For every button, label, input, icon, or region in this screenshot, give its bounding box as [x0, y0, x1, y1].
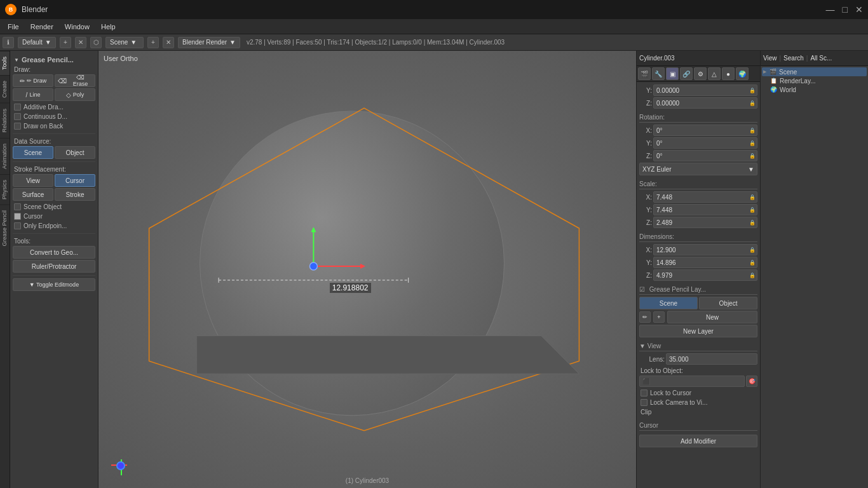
remove-layout-icon[interactable]: ✕: [75, 37, 86, 48]
rot-y-field[interactable]: 0° 🔒: [653, 137, 757, 149]
lock-to-cursor-checkbox[interactable]: [641, 390, 648, 396]
ruler-button[interactable]: Ruler/Protractor: [13, 260, 95, 273]
gp-add-icon[interactable]: +: [653, 311, 665, 323]
stroke-placement-stroke-button[interactable]: Stroke: [55, 188, 95, 201]
scene-sphere: [200, 111, 505, 416]
scale-x-field[interactable]: 7.448 🔒: [653, 191, 757, 203]
lock-camera-checkbox[interactable]: [641, 399, 648, 406]
scene-type-icon[interactable]: ⬡: [90, 37, 102, 48]
search-btn[interactable]: Search: [783, 55, 804, 62]
outliner-scene-item[interactable]: ▶ 🎬 Scene: [762, 67, 867, 76]
stroke-placement-cursor-button[interactable]: Cursor: [55, 174, 95, 187]
draw-on-back-checkbox[interactable]: [14, 123, 21, 130]
window-controls: — □ ✕: [826, 4, 863, 15]
cursor-checkbox[interactable]: [14, 213, 21, 220]
stroke-placement-surface-button[interactable]: Surface: [13, 188, 53, 201]
right-side: Cylinder.003 🎬 🔧 ▣ 🔗 ⚙ △ ● 🌍 Y:: [636, 51, 868, 488]
data-source-object-button[interactable]: Object: [55, 146, 95, 159]
additive-draw-checkbox[interactable]: [14, 104, 21, 111]
gp-new-button[interactable]: New: [667, 311, 757, 323]
close-button[interactable]: ✕: [855, 4, 863, 15]
draw-button[interactable]: ✏ ✏ Draw: [13, 74, 53, 87]
properties-header: Cylinder.003: [637, 51, 760, 66]
dim-x-label: X:: [639, 247, 652, 254]
tab-modifiers-props[interactable]: ⚙: [694, 67, 707, 80]
new-layer-button[interactable]: New Layer: [639, 325, 757, 337]
menu-render[interactable]: Render: [25, 22, 58, 32]
rot-z-row: Z: 0° 🔒: [639, 150, 757, 161]
gp-object-button[interactable]: Object: [699, 297, 757, 309]
tab-animation[interactable]: Animation: [0, 138, 10, 174]
new-layer-row: New Layer: [639, 325, 757, 337]
add-scene-icon[interactable]: +: [147, 37, 159, 48]
add-modifier-button[interactable]: Add Modifier: [639, 435, 757, 447]
renderlayer-label: RenderLay...: [780, 78, 816, 85]
tab-render-props[interactable]: 🎬: [638, 67, 651, 80]
outliner-renderlayer-item[interactable]: 📋 RenderLay...: [762, 76, 867, 85]
menu-window[interactable]: Window: [60, 22, 95, 32]
tab-create[interactable]: Create: [0, 75, 10, 103]
viewport[interactable]: User Ortho 12.918802 (1) Cylinder003: [98, 51, 636, 488]
remove-scene-icon[interactable]: ✕: [163, 37, 174, 48]
tab-data-props[interactable]: △: [708, 67, 721, 80]
renderer-selector[interactable]: Blender Render▼: [178, 37, 240, 48]
scale-y-field[interactable]: 7.448 🔒: [653, 204, 757, 215]
dim-z-label: Z:: [639, 272, 652, 279]
menu-help[interactable]: Help: [96, 22, 121, 32]
gp-pencil-icon: ✏: [639, 311, 651, 323]
outliner-world-item[interactable]: 🌍 World: [762, 85, 867, 94]
view-btn[interactable]: View: [763, 55, 777, 62]
line-button[interactable]: / Line: [13, 88, 53, 101]
rot-x-field[interactable]: 0° 🔒: [653, 125, 757, 136]
tab-constraints-props[interactable]: 🔗: [680, 67, 693, 80]
renderlayer-icon: 📋: [770, 77, 777, 85]
poly-button[interactable]: ◇ Poly: [55, 88, 95, 101]
maximize-button[interactable]: □: [843, 4, 848, 15]
grease-pencil-checkbox[interactable]: ☑: [639, 286, 645, 293]
dimensions-label: Dimensions:: [639, 232, 757, 242]
lock-target-icon[interactable]: 🎯: [746, 376, 757, 387]
tab-physics[interactable]: Physics: [0, 174, 10, 205]
gp-scene-button[interactable]: Scene: [639, 297, 698, 309]
tab-world-props[interactable]: 🌍: [736, 67, 749, 80]
loc-y-field[interactable]: 0.00000 🔒: [653, 85, 757, 96]
scale-label: Scale:: [639, 179, 757, 189]
properties-panel: Cylinder.003 🎬 🔧 ▣ 🔗 ⚙ △ ● 🌍 Y:: [636, 51, 760, 488]
convert-geo-button[interactable]: Convert to Geo...: [13, 246, 95, 259]
toggle-editmode-button[interactable]: ▼ Toggle Editmode: [13, 278, 95, 291]
tab-material-props[interactable]: ●: [722, 67, 735, 80]
dim-x-field[interactable]: 12.900 🔒: [653, 244, 757, 255]
tab-grease-pencil[interactable]: Grease Pencil: [0, 205, 10, 252]
dim-y-field[interactable]: 14.896 🔒: [653, 257, 757, 268]
dim-z-field[interactable]: 4.979 🔒: [653, 269, 757, 281]
erase-button[interactable]: ⌫ ⌫ Erase: [55, 74, 95, 87]
minimize-button[interactable]: —: [826, 4, 835, 15]
info-icon[interactable]: ℹ: [3, 37, 14, 48]
stroke-placement-view-button[interactable]: View: [13, 174, 53, 187]
tab-tools[interactable]: Tools: [0, 51, 10, 75]
properties-tabs: 🎬 🔧 ▣ 🔗 ⚙ △ ● 🌍: [637, 66, 760, 82]
layout-selector[interactable]: Default▼: [18, 37, 56, 48]
sidebar-tools-content: Grease Pencil... Draw: ✏ ✏ Draw ⌫ ⌫ Eras…: [10, 51, 98, 488]
continuous-draw-checkbox[interactable]: [14, 113, 21, 120]
scene-object-checkbox[interactable]: [14, 203, 21, 210]
scene-selector[interactable]: Scene▼: [105, 37, 144, 48]
gp-data-source-row: Scene Object: [639, 297, 757, 309]
filter-btn[interactable]: All Sc...: [810, 55, 832, 62]
rotation-mode-dropdown[interactable]: XYZ Euler▼: [639, 163, 757, 175]
lock-object-field[interactable]: ⬛: [639, 376, 745, 387]
tab-object-props[interactable]: ▣: [666, 67, 679, 80]
loc-z-field[interactable]: 0.00000 🔒: [653, 97, 757, 109]
only-endpoints-checkbox[interactable]: [14, 222, 21, 229]
menu-file[interactable]: File: [3, 22, 24, 32]
tab-scene-props[interactable]: 🔧: [652, 67, 665, 80]
lens-field[interactable]: 35.000: [666, 353, 757, 365]
location-section: Y: 0.00000 🔒 Z: 0.00000 🔒: [639, 85, 757, 109]
tab-relations[interactable]: Relations: [0, 103, 10, 138]
rot-z-field[interactable]: 0° 🔒: [653, 150, 757, 161]
pencil-icon: ✏: [20, 78, 25, 85]
scale-z-field[interactable]: 2.489 🔒: [653, 217, 757, 228]
convert-geo-row: Convert to Geo...: [13, 246, 95, 259]
data-source-scene-button[interactable]: Scene: [13, 146, 53, 159]
add-layout-icon[interactable]: +: [60, 37, 71, 48]
